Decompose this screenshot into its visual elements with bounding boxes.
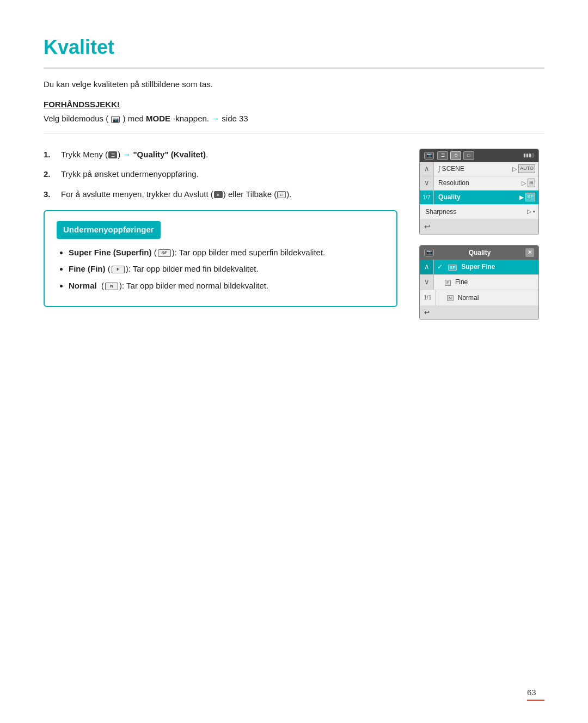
cam2-header-icon: 📷 <box>424 249 434 256</box>
prereq-arrow: → <box>211 114 219 123</box>
normal-desc: Tar opp bilder med normal bildekvalitet. <box>126 281 268 290</box>
cam-back-icon: ↩ <box>424 221 431 232</box>
cam2-row-fine: ∨ F Fine <box>420 275 538 290</box>
cam-scene-value: ▷ AUTO <box>509 163 538 175</box>
cam-row-quality: 1/7 Quality ▶ SF <box>420 191 538 205</box>
step-3-number: 3. <box>44 188 56 201</box>
step-2-number: 2. <box>44 168 56 181</box>
cam-quality-value: ▶ SF <box>516 191 538 204</box>
fine-label: Fine (Fin) <box>69 264 106 273</box>
cam2-back-icon: ↩ <box>424 308 430 317</box>
fine-icon: F <box>112 266 125 273</box>
cam-nav-up: ∧ <box>420 162 434 176</box>
cam-resolution-label: Resolution <box>434 176 518 189</box>
cam2-nav-down: ∨ <box>420 275 434 290</box>
prereq-text: Velg bildemodus ( 📷 ) med MODE -knappen.… <box>44 113 544 133</box>
step-1-arrow: → <box>122 150 131 159</box>
cam2-superfine-label: Super Fine <box>459 260 538 273</box>
step-2: 2. Trykk på ønsket undermenyoppføring. <box>44 168 397 181</box>
page-number-line <box>527 700 544 701</box>
cam2-title: Quality <box>469 248 491 258</box>
step-3: 3. For å avslutte menyen, trykker du Avs… <box>44 188 397 201</box>
cam-resolution-value: ▷ ⊞ <box>518 177 538 189</box>
cam2-back-row: ↩ <box>420 305 538 320</box>
cam2-row-superfine: ∧ ✓ SF Super Fine <box>420 260 538 275</box>
normal-label: Normal <box>69 281 97 290</box>
superfine-label: Super Fine (Superfin) <box>69 248 152 257</box>
cam2-superfine-icon: SF <box>446 263 459 271</box>
cam-panel-header: 📷 ☰ ⚙ □ ▮▮▮▯ <box>420 149 538 162</box>
cam-sharpness-label: Sharpness <box>420 205 524 218</box>
menu-icon: ☰ <box>108 151 117 158</box>
cam-quality-counter: 1/7 <box>420 191 434 204</box>
cam2-fine-icon: F <box>443 278 453 286</box>
cam2-row-normal: 1/1 N Normal <box>420 290 538 305</box>
page-number: 63 <box>527 687 544 702</box>
back-icon: ↩ <box>277 191 286 198</box>
normal-icon: N <box>105 283 118 290</box>
cam-row-resolution: ∨ Resolution ▷ ⊞ <box>420 176 538 191</box>
left-column: 1. Trykk Meny (☰) → "Quality" (Kvalitet)… <box>44 149 397 308</box>
page-title: Kvalitet <box>44 33 544 69</box>
cam-header-icon: 📷 <box>424 152 434 160</box>
right-column: 📷 ☰ ⚙ □ ▮▮▮▯ ∧ ∫ SCENE ▷ AUTO ∨ Resoluti… <box>419 149 544 320</box>
cam-row-scene: ∧ ∫ SCENE ▷ AUTO <box>420 162 538 176</box>
cam-tab-settings: ⚙ <box>450 151 461 160</box>
cam2-normal-icon: N <box>445 293 456 302</box>
prereq-label: FORHÅNDSSJEKK! <box>44 99 544 111</box>
prereq-page-ref: side 33 <box>222 114 248 123</box>
cam-scene-label: ∫ SCENE <box>434 162 509 175</box>
camera-quality-panel: 📷 Quality ✕ ∧ ✓ SF Super Fine ∨ F <box>419 245 539 320</box>
prereq-text-end: -knappen. <box>173 114 211 123</box>
cam-tab-display: □ <box>463 151 474 160</box>
cam2-nav-up: ∧ <box>420 260 434 274</box>
list-item: Normal (N): Tar opp bilder med normal bi… <box>69 280 384 292</box>
submenu-list: Super Fine (Superfin) (SF): Tar opp bild… <box>57 247 384 292</box>
submenu-box: Undermenyoppføringer Super Fine (Superfi… <box>44 210 397 307</box>
cam2-counter: 1/1 <box>420 290 436 305</box>
prereq-text-before: Velg bildemodus ( <box>44 114 108 123</box>
cam-back-row: ↩ <box>420 219 538 235</box>
cam-battery: ▮▮▮▯ <box>523 152 534 160</box>
cam2-normal-label: Normal <box>456 291 538 304</box>
prereq-text-mid: ) med <box>123 114 146 123</box>
step-2-text: Trykk på ønsket undermenyoppføring. <box>61 168 397 181</box>
cam-tabs: ☰ ⚙ □ <box>437 151 520 160</box>
mode-icon: 📷 <box>111 116 120 123</box>
step-3-text: For å avslutte menyen, trykker du Avslut… <box>61 188 397 201</box>
superfine-desc: Tar opp bilder med superfin bildekvalite… <box>179 248 325 257</box>
cam2-close-btn[interactable]: ✕ <box>525 248 534 257</box>
step-1-number: 1. <box>44 149 56 161</box>
main-content: 1. Trykk Meny (☰) → "Quality" (Kvalitet)… <box>44 149 544 320</box>
cam2-checkmark: ✓ <box>434 262 446 272</box>
cam-quality-label: Quality <box>434 191 516 204</box>
list-item: Super Fine (Superfin) (SF): Tar opp bild… <box>69 247 384 259</box>
superfine-icon: SF <box>158 249 171 257</box>
cam2-header: 📷 Quality ✕ <box>420 246 538 260</box>
cam-nav-down: ∨ <box>420 176 434 190</box>
cam-tab-list: ☰ <box>437 151 448 160</box>
close-icon: ✕ <box>214 191 223 198</box>
fine-desc: Tar opp bilder med fin bildekvalitet. <box>133 264 259 273</box>
step-1: 1. Trykk Meny (☰) → "Quality" (Kvalitet)… <box>44 149 397 161</box>
submenu-title: Undermenyoppføringer <box>57 221 161 239</box>
intro-text: Du kan velge kvaliteten på stillbildene … <box>44 78 544 91</box>
prereq-mode-bold: MODE <box>146 114 170 123</box>
camera-menu-panel: 📷 ☰ ⚙ □ ▮▮▮▯ ∧ ∫ SCENE ▷ AUTO ∨ Resoluti… <box>419 149 539 235</box>
cam-row-sharpness: Sharpness ▷ ▪ <box>420 205 538 219</box>
list-item: Fine (Fin) (F): Tar opp bilder med fin b… <box>69 263 384 275</box>
cam2-fine-label: Fine <box>453 275 538 289</box>
step-1-text: Trykk Meny (☰) → "Quality" (Kvalitet). <box>61 149 397 161</box>
step-1-bold: "Quality" (Kvalitet) <box>133 150 205 159</box>
cam-sharpness-value: ▷ ▪ <box>524 205 538 218</box>
